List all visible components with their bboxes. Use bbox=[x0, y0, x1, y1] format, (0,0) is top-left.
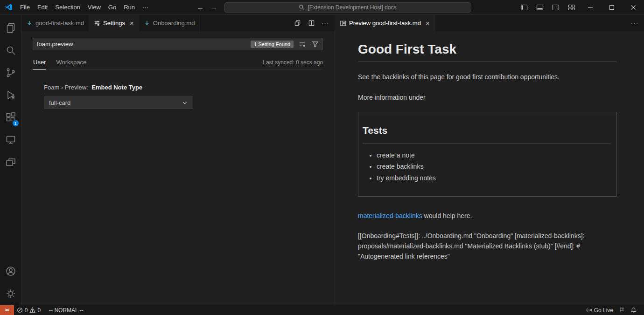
vscode-logo-icon bbox=[5, 3, 13, 11]
status-bar: >< 0 0 -- NORMAL -- Go Live bbox=[0, 305, 644, 315]
link-suffix: would help here. bbox=[422, 212, 472, 219]
remote-icon: >< bbox=[5, 308, 9, 313]
open-preview-icon bbox=[340, 20, 346, 27]
menu-run[interactable]: Run bbox=[120, 2, 139, 13]
dropdown-value: full-card bbox=[49, 99, 70, 106]
settings-scope-tabs: User Workspace Last synced: 0 secs ago bbox=[33, 57, 323, 70]
close-tab-icon[interactable]: × bbox=[130, 20, 134, 27]
vim-mode-status[interactable]: -- NORMAL -- bbox=[46, 305, 86, 315]
broadcast-icon bbox=[586, 307, 592, 313]
error-icon bbox=[17, 307, 23, 313]
tab-bar-right: Preview good-first-task.md × ··· bbox=[335, 15, 644, 31]
link-references-paragraph: [[Onboarding#Tests]]: ../Onboarding.md "… bbox=[358, 231, 617, 262]
menu-view[interactable]: View bbox=[84, 2, 105, 13]
settings-search-input[interactable] bbox=[37, 41, 247, 48]
settings-gear-icon[interactable] bbox=[0, 282, 21, 305]
settings-sliders-icon bbox=[94, 20, 100, 27]
menu-selection[interactable]: Selection bbox=[51, 2, 84, 13]
run-debug-icon[interactable] bbox=[0, 84, 21, 106]
warning-count: 0 bbox=[37, 307, 41, 314]
filter-icon[interactable] bbox=[310, 40, 320, 49]
go-back-icon[interactable]: ← bbox=[197, 3, 204, 11]
settings-result-count-badge: 1 Setting Found bbox=[251, 41, 294, 48]
toggle-secondary-sidebar-icon[interactable] bbox=[548, 0, 564, 14]
tab-good-first-task[interactable]: good-first-task.md bbox=[21, 15, 89, 31]
extensions-badge: 1 bbox=[12, 120, 19, 127]
go-forward-icon[interactable]: → bbox=[210, 3, 217, 11]
setting-name-label: Embed Note Type bbox=[91, 84, 142, 91]
problems-status[interactable]: 0 0 bbox=[14, 305, 43, 315]
error-count: 0 bbox=[25, 307, 28, 314]
explorer-icon[interactable] bbox=[0, 17, 21, 39]
list-item: create a note bbox=[377, 150, 611, 160]
minimize-button[interactable] bbox=[580, 0, 601, 14]
notifications-bell-icon[interactable] bbox=[628, 305, 639, 315]
tab-preview-good-first-task[interactable]: Preview good-first-task.md × bbox=[335, 15, 435, 31]
card-title: Tests bbox=[363, 123, 611, 144]
customize-layout-icon[interactable] bbox=[564, 0, 580, 14]
setting-embed-note-type: Foam › Preview: Embed Note Type full-car… bbox=[44, 84, 323, 109]
chevron-down-icon bbox=[182, 100, 188, 106]
extensions-icon[interactable]: 1 bbox=[0, 106, 21, 129]
editor-layouts-icon[interactable] bbox=[0, 151, 21, 173]
last-synced-label: Last synced: 0 secs ago bbox=[263, 59, 323, 69]
editor-group-right: Preview good-first-task.md × ··· Good Fi… bbox=[335, 15, 644, 305]
close-window-button[interactable] bbox=[623, 0, 644, 14]
scope-tab-workspace[interactable]: Workspace bbox=[56, 57, 87, 69]
tab-onboarding[interactable]: Onboarding.md bbox=[139, 15, 200, 31]
more-actions-icon[interactable]: ··· bbox=[629, 18, 640, 29]
feedback-flag-icon[interactable] bbox=[616, 305, 628, 315]
maximize-button[interactable] bbox=[601, 0, 623, 14]
toggle-panel-icon[interactable] bbox=[532, 0, 548, 14]
more-actions-icon[interactable]: ··· bbox=[320, 18, 331, 29]
markdown-file-icon bbox=[26, 20, 33, 27]
embedded-note-card: Tests create a note create backlinks try… bbox=[358, 112, 617, 197]
split-editor-icon[interactable] bbox=[306, 18, 317, 29]
preview-intro: See the backlinks of this page for good … bbox=[358, 72, 617, 82]
menu-file[interactable]: File bbox=[16, 2, 34, 13]
list-item: create backlinks bbox=[377, 161, 611, 171]
materialized-backlinks-link[interactable]: materialized-backlinks bbox=[358, 212, 422, 219]
preview-more-info: More information under bbox=[358, 92, 617, 103]
search-activity-icon[interactable] bbox=[0, 39, 21, 62]
warning-icon bbox=[29, 307, 35, 313]
tab-label: Settings bbox=[103, 20, 125, 27]
markdown-preview: Good First Task See the backlinks of thi… bbox=[335, 31, 644, 305]
clear-filters-icon[interactable] bbox=[297, 40, 307, 49]
tab-label: Onboarding.md bbox=[153, 20, 195, 27]
menu-edit[interactable]: Edit bbox=[34, 2, 51, 13]
close-tab-icon[interactable]: × bbox=[426, 20, 430, 27]
search-icon bbox=[299, 4, 305, 10]
activity-bar: 1 bbox=[0, 15, 21, 305]
scope-tab-user[interactable]: User bbox=[33, 57, 46, 70]
go-live-button[interactable]: Go Live bbox=[583, 305, 616, 315]
toggle-sidebar-icon[interactable] bbox=[516, 0, 532, 14]
tab-label: Preview good-first-task.md bbox=[349, 20, 421, 27]
go-live-label: Go Live bbox=[594, 307, 613, 314]
titlebar: File Edit Selection View Go Run ··· ← → … bbox=[0, 0, 644, 15]
editor-group-left: good-first-task.md Settings × Onboarding… bbox=[21, 15, 335, 305]
markdown-file-icon bbox=[144, 20, 150, 27]
command-center-label: [Extension Development Host] docs bbox=[308, 4, 396, 11]
remote-explorer-icon[interactable] bbox=[0, 129, 21, 151]
command-center-search[interactable]: [Extension Development Host] docs bbox=[224, 2, 471, 13]
card-list: create a note create backlinks try embed… bbox=[363, 150, 611, 183]
settings-editor: 1 Setting Found User Workspace Last sync… bbox=[21, 31, 335, 305]
setting-category-label: Foam › Preview: bbox=[44, 84, 88, 91]
backlink-paragraph: materialized-backlinks would help here. bbox=[358, 211, 617, 221]
menu-more-icon[interactable]: ··· bbox=[139, 2, 152, 13]
tab-bar-left: good-first-task.md Settings × Onboarding… bbox=[21, 15, 335, 31]
preview-title: Good First Task bbox=[358, 41, 617, 62]
menubar: File Edit Selection View Go Run ··· bbox=[16, 2, 152, 13]
tab-label: good-first-task.md bbox=[35, 20, 84, 27]
embed-note-type-dropdown[interactable]: full-card bbox=[44, 96, 193, 109]
source-control-icon[interactable] bbox=[0, 62, 21, 84]
settings-search-box: 1 Setting Found bbox=[33, 38, 323, 50]
remote-indicator[interactable]: >< bbox=[0, 305, 14, 315]
open-changes-icon[interactable] bbox=[292, 18, 303, 29]
menu-go[interactable]: Go bbox=[105, 2, 120, 13]
accounts-icon[interactable] bbox=[0, 260, 21, 282]
tab-settings[interactable]: Settings × bbox=[89, 15, 139, 31]
list-item: try embedding notes bbox=[377, 173, 611, 183]
